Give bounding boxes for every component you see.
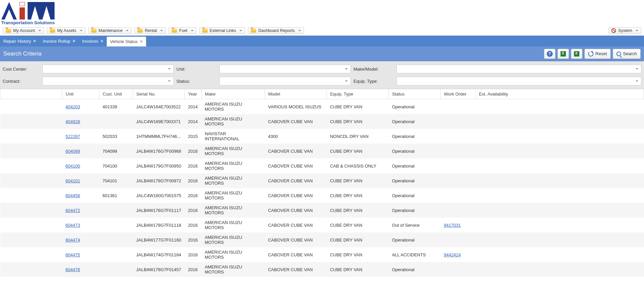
menu-item-rental[interactable]: Rental <box>134 27 166 34</box>
menu-item-maintenance[interactable]: Maintenance <box>88 27 132 34</box>
system-icon <box>611 28 616 33</box>
table-cell <box>0 114 62 129</box>
column-header[interactable]: Est. Availability <box>475 89 644 99</box>
unit-link[interactable]: 604456 <box>66 193 80 198</box>
export-excel-button[interactable] <box>557 49 569 59</box>
column-header[interactable]: Year <box>184 89 201 99</box>
table-cell: CABOVER CUBE VAN <box>265 232 327 247</box>
search-button[interactable]: Search <box>613 49 641 59</box>
unit-link[interactable]: 604472 <box>66 208 80 213</box>
table-cell <box>475 144 644 158</box>
close-icon[interactable]: ✕ <box>140 39 143 44</box>
chevron-down-icon <box>636 68 638 70</box>
status-combo[interactable] <box>219 77 351 85</box>
table-cell: 2015 <box>184 129 201 144</box>
table-cell <box>440 203 475 218</box>
make-model-combo[interactable] <box>397 65 641 73</box>
table-cell <box>0 262 62 277</box>
filter-form: Cost Center: Unit: Make/Model: Contract:… <box>0 61 644 89</box>
tab-label: Invoice Rollup <box>43 39 70 44</box>
table-cell <box>475 173 644 188</box>
tab-invoice-rollup[interactable]: Invoice Rollup✕ <box>39 36 79 46</box>
column-header[interactable] <box>0 89 62 99</box>
contract-combo[interactable] <box>42 77 174 85</box>
table-cell <box>440 262 475 277</box>
tab-vehicle-status[interactable]: Vehicle Status✕ <box>107 37 146 46</box>
help-icon: ? <box>547 51 553 57</box>
menu-item-my-assets[interactable]: My Assets <box>47 27 86 34</box>
menu-item-fuel[interactable]: Fuel <box>169 27 196 34</box>
chevron-down-icon <box>345 80 348 82</box>
system-menu[interactable]: System <box>608 27 641 34</box>
table-cell <box>99 262 133 277</box>
close-icon[interactable]: ✕ <box>33 39 36 43</box>
column-header[interactable]: Equip. Type <box>327 89 388 99</box>
table-cell: Operational <box>388 203 440 218</box>
table-cell <box>475 218 644 232</box>
table-cell: JALB4W176G7F00968 <box>133 144 185 158</box>
equip-type-combo[interactable] <box>397 77 641 85</box>
tab-repair-history[interactable]: Repair History✕ <box>0 36 39 46</box>
table-cell: 404203 <box>62 99 99 114</box>
table-cell <box>0 99 62 114</box>
table-cell: CABOVER CUBE VAN <box>265 188 327 203</box>
tab-invoices[interactable]: Invoices✕ <box>79 36 107 46</box>
table-row: 404203401339JALC4W164E70035222014AMERICA… <box>0 99 644 114</box>
unit-link[interactable]: 604474 <box>66 237 80 243</box>
unit-link[interactable]: 604101 <box>66 178 80 183</box>
table-cell: 2016 <box>184 188 201 203</box>
menu-item-label: My Account <box>13 28 35 33</box>
cost-center-combo[interactable] <box>42 65 174 73</box>
unit-link[interactable]: 604100 <box>66 163 80 169</box>
column-header[interactable]: Unit <box>62 89 99 99</box>
reset-button[interactable]: Reset <box>584 49 611 59</box>
table-cell: CABOVER CUBE VAN <box>265 218 327 232</box>
menu-item-label: Rental <box>145 28 157 33</box>
close-icon[interactable]: ✕ <box>100 39 103 43</box>
unit-link[interactable]: 404203 <box>66 104 80 109</box>
menu-item-dashboard-reports[interactable]: Dashboard Reports <box>248 27 304 34</box>
help-button[interactable]: ? <box>544 49 555 59</box>
column-header[interactable]: Serial No. <box>133 89 185 99</box>
column-header[interactable]: Status <box>388 89 440 99</box>
table-cell: CUBE DRY VAN <box>327 99 388 114</box>
column-header[interactable]: Make <box>201 89 265 99</box>
unit-link[interactable]: 604476 <box>66 267 80 272</box>
table-cell <box>0 203 62 218</box>
work-order-link[interactable]: 9417031 <box>444 223 461 228</box>
logo-subtitle: Transportation Solutions <box>1 20 55 25</box>
column-header[interactable]: Work Order <box>440 89 475 99</box>
unit-combo[interactable] <box>219 65 351 73</box>
menu-item-label: Dashboard Reports <box>258 28 295 33</box>
menu-item-my-account[interactable]: My Account <box>3 27 44 34</box>
unit-link[interactable]: 522287 <box>66 134 80 139</box>
table-cell: JALC4W160G7001575 <box>133 188 185 203</box>
table-cell: AMERICAN ISUZU MOTORS <box>201 218 265 232</box>
table-cell <box>99 247 133 262</box>
table-cell <box>0 247 62 262</box>
table-cell: JALB4W177G7F01160 <box>133 232 185 247</box>
export-excel-alt-button[interactable] <box>571 49 582 59</box>
table-cell: AMERICAN ISUZU MOTORS <box>201 114 265 129</box>
table-cell: Operational <box>388 173 440 188</box>
unit-link[interactable]: 404928 <box>66 119 80 124</box>
unit-link[interactable]: 604099 <box>66 149 80 154</box>
table-row: 604099704099JALB4W176G7F009682016AMERICA… <box>0 144 644 158</box>
close-icon[interactable]: ✕ <box>72 39 75 43</box>
table-cell: 2016 <box>184 158 201 173</box>
table-cell: 522287 <box>62 129 99 144</box>
table-cell: CUBE DRY VAN <box>327 218 388 232</box>
table-cell: 2016 <box>184 144 201 158</box>
unit-link[interactable]: 604475 <box>66 252 80 257</box>
column-header[interactable]: Cust. Unit <box>99 89 133 99</box>
unit-link[interactable]: 604473 <box>66 223 80 228</box>
chevron-down-icon <box>239 30 242 31</box>
table-cell <box>475 114 644 129</box>
table-cell: JALB4W178G7F00972 <box>133 173 185 188</box>
work-order-link[interactable]: 9442424 <box>444 252 461 257</box>
menu-item-external-links[interactable]: External Links <box>199 27 245 34</box>
table-cell <box>440 129 475 144</box>
column-header[interactable]: Model <box>265 89 327 99</box>
menu-item-label: My Assets <box>57 28 76 33</box>
table-cell: 704100 <box>99 158 133 173</box>
